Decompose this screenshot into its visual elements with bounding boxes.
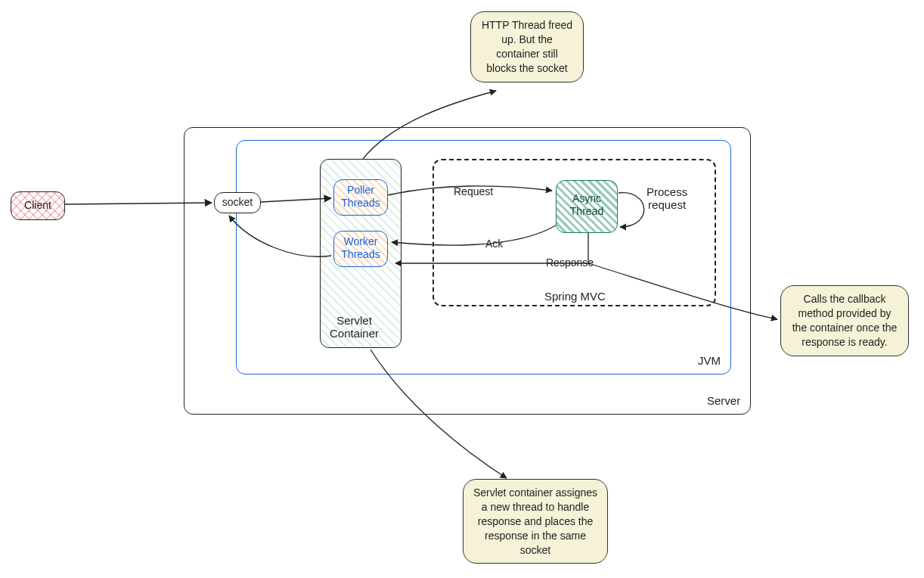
note-assign-thread-text: Servlet container assignes a new thread … — [473, 486, 597, 556]
note-http-freed: HTTP Thread freed up. But the container … — [470, 11, 584, 82]
spring-mvc-label: Spring MVC — [544, 290, 606, 303]
client-label: Client — [24, 199, 51, 211]
note-callback-text: Calls the callback method provided by th… — [792, 293, 898, 348]
socket-node: socket — [214, 192, 261, 213]
ack-edge-label: Ack — [484, 238, 504, 250]
note-assign-thread: Servlet container assignes a new thread … — [463, 479, 608, 564]
note-http-freed-text: HTTP Thread freed up. But the container … — [482, 19, 572, 74]
worker-threads-label: Worker Threads — [341, 235, 380, 260]
response-edge-label: Response — [544, 256, 595, 269]
client-node: Client — [11, 191, 65, 220]
servlet-container-label: Servlet Container — [330, 314, 379, 340]
request-edge-label: Request — [452, 185, 495, 197]
process-request-label: Process request — [646, 185, 687, 211]
server-label: Server — [707, 394, 740, 407]
jvm-label: JVM — [698, 354, 721, 367]
async-thread-label: Async Thread — [570, 192, 603, 217]
async-thread-box: Async Thread — [556, 180, 618, 233]
worker-threads-box: Worker Threads — [333, 231, 388, 267]
poller-threads-box: Poller Threads — [333, 179, 388, 216]
note-callback: Calls the callback method provided by th… — [780, 285, 909, 356]
poller-threads-label: Poller Threads — [341, 184, 380, 209]
socket-label: socket — [222, 196, 253, 208]
